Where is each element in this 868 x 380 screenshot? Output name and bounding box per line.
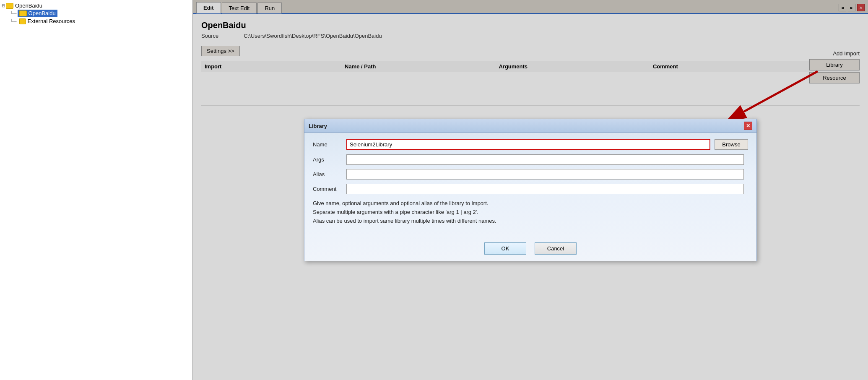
- comment-label: Comment: [313, 186, 346, 192]
- name-input-wrap: [346, 139, 710, 150]
- alias-input-wrap: [346, 169, 744, 180]
- library-dialog: Library ✕ Name Browse Ar: [304, 119, 757, 261]
- alias-input[interactable]: [346, 169, 744, 180]
- sidebar-item-label-root[interactable]: OpenBaidu: [15, 3, 42, 9]
- dialog-row-alias: Alias: [313, 169, 748, 180]
- right-panel: Edit Text Edit Run ◄ ► ✕ OpenBaidu Sourc…: [193, 0, 868, 380]
- comment-input[interactable]: [346, 184, 744, 194]
- args-input[interactable]: [346, 154, 744, 165]
- alias-label: Alias: [313, 171, 346, 177]
- args-input-wrap: [346, 154, 744, 165]
- modal-overlay: Library ✕ Name Browse Ar: [193, 0, 868, 380]
- dialog-titlebar: Library ✕: [304, 119, 756, 133]
- sidebar-item-label-external: External Resources: [28, 18, 75, 24]
- cancel-button[interactable]: Cancel: [535, 242, 577, 255]
- tree-row-external: └─ External Resources: [10, 18, 191, 25]
- dialog-row-args: Args: [313, 154, 748, 165]
- dialog-close-button[interactable]: ✕: [744, 122, 752, 130]
- tree-row-child: └─ OpenBaidu: [10, 10, 191, 17]
- browse-button[interactable]: Browse: [715, 139, 748, 150]
- tree-connector-1: └─: [10, 11, 17, 16]
- sidebar-item-label-child: OpenBaidu: [29, 10, 56, 16]
- dialog-title: Library: [309, 123, 327, 129]
- name-label: Name: [313, 141, 346, 148]
- folder-icon-child: [19, 10, 27, 16]
- args-label: Args: [313, 156, 346, 163]
- tree-row-root: ⊟ OpenBaidu: [2, 3, 191, 9]
- tree-connector-2: └─: [10, 19, 17, 24]
- dialog-body: Name Browse Args: [304, 133, 756, 238]
- ok-button[interactable]: OK: [484, 242, 526, 255]
- expand-icon-root[interactable]: ⊟: [2, 3, 5, 8]
- dialog-help-text: Give name, optional arguments and option…: [313, 199, 748, 225]
- tree-item-external-resources[interactable]: External Resources: [18, 18, 77, 25]
- sidebar-panel: ⊟ OpenBaidu └─ OpenBaidu └─ External Res…: [0, 0, 193, 380]
- name-input[interactable]: [346, 139, 710, 150]
- dialog-footer: OK Cancel: [304, 238, 756, 260]
- dialog-row-comment: Comment: [313, 184, 748, 194]
- folder-icon-root: [6, 3, 13, 9]
- resource-icon: [19, 18, 26, 24]
- dialog-row-name: Name Browse: [313, 139, 748, 150]
- tree-item-openbaidu[interactable]: OpenBaidu: [18, 10, 57, 17]
- comment-input-wrap: [346, 184, 744, 194]
